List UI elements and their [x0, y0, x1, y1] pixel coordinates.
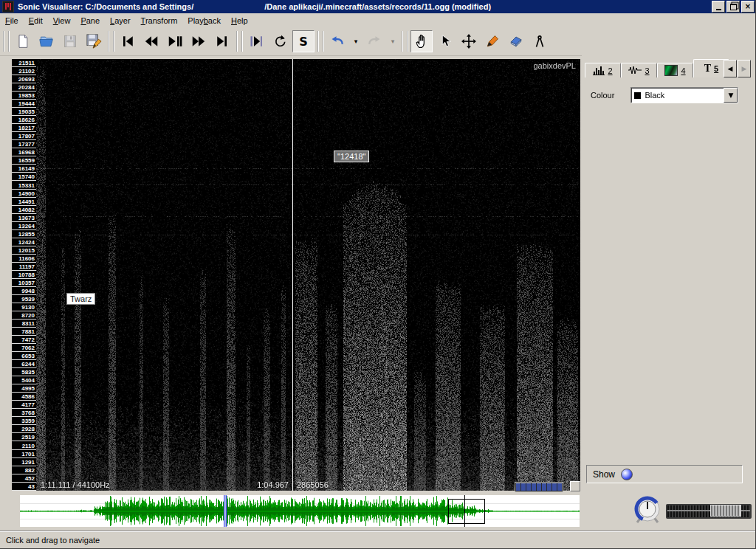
draw-tool-button[interactable]	[481, 30, 504, 52]
thumbwheel-handle[interactable]	[710, 505, 741, 517]
edit-tool-button[interactable]	[458, 30, 480, 52]
frequency-tick: 16559	[12, 156, 36, 165]
frequency-tick: 16968	[12, 148, 36, 156]
pane-corner-button[interactable]	[570, 481, 580, 491]
spectrogram-pane[interactable]: gabixdevPL 1:11.111 / 44100Hz 1:04.967 2…	[36, 59, 580, 491]
waveform-canvas[interactable]	[20, 495, 580, 527]
menu-transform[interactable]: Transform	[136, 15, 183, 27]
frequency-tick: 14491	[12, 198, 36, 206]
rewind-to-start-button[interactable]	[117, 30, 139, 52]
new-session-button[interactable]	[12, 30, 34, 52]
menu-file[interactable]: File	[0, 15, 24, 27]
fast-forward-button[interactable]	[188, 30, 210, 52]
sonic-visualiser-window: Sonic Visualiser: C:/Documents and Setti…	[0, 0, 756, 549]
measure-tool-button[interactable]	[529, 30, 551, 52]
zoom-thumbwheel[interactable]	[666, 504, 752, 519]
redo-dropdown[interactable]: ▾	[387, 30, 399, 52]
frequency-tick: 15740	[12, 173, 36, 181]
open-button[interactable]	[35, 30, 58, 52]
colour-swatch	[634, 92, 641, 99]
minimize-icon	[716, 9, 721, 10]
frequency-tick: 9948	[12, 287, 36, 295]
frequency-tick: 882	[12, 466, 36, 474]
tab-scroll-left-button[interactable]: ◀	[724, 60, 737, 77]
select-tool-button[interactable]	[434, 30, 456, 52]
redo-button[interactable]	[363, 30, 385, 52]
menu-view[interactable]: View	[48, 15, 76, 27]
frequency-tick: 6244	[12, 360, 36, 368]
frequency-tick: 10357	[12, 279, 36, 287]
show-group: Show	[586, 465, 743, 483]
frequency-tick: 2928	[12, 425, 36, 433]
status-bar: Click and drag to navigate	[0, 531, 756, 549]
solo-button[interactable]: S	[292, 30, 315, 52]
play-pause-button[interactable]	[164, 30, 186, 52]
undo-dropdown[interactable]: ▾	[350, 30, 362, 52]
playback-speed-knob[interactable]	[631, 493, 664, 527]
layer-progress-bar	[515, 482, 563, 492]
loop-playback-button[interactable]	[269, 30, 291, 52]
frequency-tick: 11606	[12, 255, 36, 263]
close-button[interactable]: ×	[741, 1, 755, 13]
spectrogram-canvas[interactable]	[36, 59, 580, 491]
frequency-tick: 16149	[12, 165, 36, 173]
erase-tool-button[interactable]	[505, 30, 527, 52]
spectrogram-annotation[interactable]: Twarz	[66, 293, 95, 305]
dropdown-arrow-icon[interactable]: ▼	[724, 88, 738, 103]
menu-pane[interactable]: Pane	[75, 15, 105, 27]
title-bar: Sonic Visualiser: C:/Documents and Setti…	[0, 0, 756, 13]
frequency-scale: 2151121102206932028419853194441903518626…	[12, 59, 36, 491]
frequency-tick: 1291	[12, 458, 36, 466]
pane-tabs: 234T5	[585, 60, 729, 77]
frequency-tick: 2110	[12, 441, 36, 449]
rewind-button[interactable]	[140, 30, 162, 52]
frequency-tick: 21102	[12, 67, 36, 75]
colour-dropdown[interactable]: Black ▼	[630, 87, 738, 103]
toolbar-grip[interactable]	[402, 31, 408, 52]
frequency-tick: 8720	[12, 311, 36, 320]
minimize-button[interactable]	[712, 1, 725, 13]
frequency-tick: 17807	[12, 132, 36, 140]
overview-view-rectangle[interactable]	[448, 499, 485, 524]
frequency-tick: 19853	[12, 92, 36, 100]
menu-help[interactable]: Help	[226, 15, 253, 27]
save-button[interactable]	[59, 30, 81, 52]
undo-button[interactable]	[326, 30, 348, 52]
toolbar-grip[interactable]	[236, 31, 243, 52]
pane-tab-2[interactable]: 2	[585, 63, 621, 77]
toolbar: S▾▾	[0, 27, 756, 56]
frequency-tick: 18626	[12, 116, 36, 124]
frequency-tick: 3359	[12, 417, 36, 425]
save-as-button[interactable]	[83, 30, 105, 52]
frequency-tick: 1701	[12, 450, 36, 458]
spectrogram-annotation[interactable]: "12418"	[334, 151, 369, 162]
frequency-tick: 10788	[12, 271, 36, 279]
menu-playback[interactable]: Playback	[182, 15, 226, 27]
toolbar-grip[interactable]	[3, 31, 10, 52]
frequency-tick: 4995	[12, 384, 36, 393]
watermark-text: gabixdevPL	[534, 61, 577, 70]
pane-tab-3[interactable]: 3	[621, 63, 657, 77]
toolbar-grip[interactable]	[317, 31, 324, 52]
frequency-tick: 12855	[12, 230, 36, 238]
colour-value: Black	[645, 91, 664, 100]
menu-edit[interactable]: Edit	[24, 15, 48, 27]
play-selection-button[interactable]	[245, 30, 267, 52]
navigate-tool-button[interactable]	[410, 30, 433, 52]
frequency-tick: 9539	[12, 295, 36, 303]
frequency-tick: 20284	[12, 83, 36, 92]
tab-scroll-right-button[interactable]: ▶	[738, 60, 751, 77]
menu-layer[interactable]: Layer	[105, 15, 136, 27]
frequency-tick: 13673	[12, 214, 36, 222]
overview-playback-cursor[interactable]	[224, 495, 227, 527]
fast-forward-to-end-button[interactable]	[211, 30, 233, 52]
pane-tab-4[interactable]: 4	[657, 63, 693, 77]
frequency-tick: 8311	[12, 320, 36, 328]
toolbar-grip[interactable]	[108, 31, 114, 52]
show-led-toggle[interactable]	[621, 469, 633, 480]
frequency-tick: 12424	[12, 238, 36, 246]
overview-pane[interactable]	[20, 495, 580, 527]
frequency-tick: 5835	[12, 368, 36, 376]
frequency-tick: 452	[12, 474, 36, 483]
restore-button[interactable]	[726, 1, 740, 13]
